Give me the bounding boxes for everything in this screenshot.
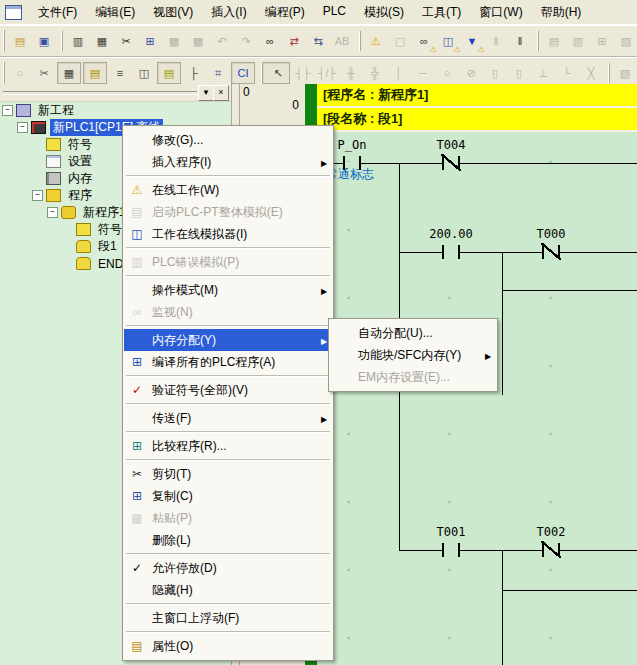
contact-no-icon[interactable]: ┤├ — [292, 63, 314, 83]
ci-view-icon[interactable]: CI — [231, 62, 255, 84]
tree-item-project[interactable]: − 新工程 — [0, 102, 231, 119]
menu-tools[interactable]: 工具(T) — [413, 1, 470, 24]
transfer-from-plc-icon[interactable]: ▥ — [567, 31, 589, 51]
io-comment-icon[interactable]: ⌗ — [207, 63, 229, 83]
open-project-icon[interactable]: ▤ — [9, 31, 31, 51]
horizontal-line-icon[interactable]: ─ — [412, 63, 434, 83]
submenu-item-em-memory-settings[interactable]: EM内存设置(E)... — [330, 366, 496, 388]
menu-edit[interactable]: 编辑(E) — [86, 1, 144, 24]
submenu-item-fb-sfc-memory[interactable]: 功能块/SFC内存(Y) — [330, 344, 496, 366]
toolbar-icon-glyph: ┤/├ — [318, 67, 337, 79]
program-name-banner[interactable]: [程序名 : 新程序1] — [317, 84, 637, 108]
step-number: 0 — [292, 98, 299, 112]
menu-item-properties[interactable]: ▤ 属性(O) — [124, 635, 332, 657]
symbol-list-icon[interactable]: ≡ — [109, 63, 131, 83]
undo-icon[interactable]: ↶ — [211, 31, 233, 51]
menu-item-verify-symbols-all[interactable]: ✓ 验证符号(全部)(V) — [124, 379, 332, 401]
transfer-settings-icon[interactable]: ▧ — [609, 63, 636, 83]
paste-special-icon[interactable]: ▩ — [187, 31, 209, 51]
find-icon[interactable]: ∞ — [259, 31, 281, 51]
save-project-icon[interactable]: ▣ — [33, 31, 55, 51]
replace-icon[interactable]: ⇄ — [283, 31, 305, 51]
split-rung-icon[interactable]: ✂ — [33, 63, 55, 83]
menu-item-operating-mode[interactable]: 操作模式(M) — [124, 279, 332, 301]
coil-nc-icon[interactable]: ⊘ — [460, 63, 482, 83]
menu-item-insert-program[interactable]: 插入程序(I) — [124, 151, 332, 173]
delete-line-icon[interactable]: ╳ — [580, 63, 602, 83]
menu-item-work-online[interactable]: ⚠ 在线工作(W) — [124, 179, 332, 201]
online-transfer-icon[interactable]: ▼⚠ — [461, 31, 483, 51]
work-online-icon[interactable]: ⚠ — [360, 31, 387, 51]
menu-programming[interactable]: 编程(P) — [256, 1, 314, 24]
fb-parameter-icon[interactable]: ⊥ — [532, 63, 554, 83]
menu-plc[interactable]: PLC — [314, 1, 355, 24]
menu-item-compare-program[interactable]: ⊞ 比较程序(R)... — [124, 435, 332, 457]
menu-item-transfer[interactable]: 传送(F) — [124, 407, 332, 429]
redo-icon[interactable]: ↷ — [235, 31, 257, 51]
toggle-monitoring-icon[interactable]: ▢ — [389, 31, 411, 51]
connect-line-icon[interactable]: └ — [556, 63, 578, 83]
menu-item-hide[interactable]: 隐藏(H) — [124, 579, 332, 601]
online-edit-icon[interactable]: ◫⚠ — [437, 31, 459, 51]
close-icon[interactable]: × — [213, 85, 229, 101]
menu-item-monitor[interactable]: ∞ 监视(N) — [124, 301, 332, 323]
toolbar-grip[interactable] — [3, 30, 5, 52]
menu-simulation[interactable]: 模拟(S) — [355, 1, 413, 24]
menu-insert[interactable]: 插入(I) — [202, 1, 255, 24]
pause-icon[interactable]: ‖ — [509, 31, 531, 51]
grid-icon[interactable]: ▦ — [57, 62, 81, 84]
menu-file[interactable]: 文件(F) — [29, 1, 86, 24]
expand-collapse-icon[interactable]: − — [2, 105, 13, 116]
menu-item-cut[interactable]: ✂ 剪切(T) — [124, 463, 332, 485]
paste-icon[interactable]: ▩ — [163, 31, 185, 51]
substitute-icon[interactable]: AB — [331, 31, 353, 51]
search-model-icon[interactable]: ⇆ — [307, 31, 329, 51]
online-find-icon[interactable]: ∞⚠ — [413, 31, 435, 51]
menu-item-start-plc-pt-simulation[interactable]: ▤ 启动PLC-PT整体模拟(E) — [124, 201, 332, 223]
panel-drag-bar[interactable] — [3, 91, 197, 95]
menu-window[interactable]: 窗口(W) — [470, 1, 531, 24]
partial-transfer-icon[interactable]: ▨ — [615, 31, 637, 51]
menu-item-copy[interactable]: ⊞ 复制(C) — [124, 485, 332, 507]
window-layout-icon[interactable]: ◫ — [133, 63, 155, 83]
menu-item-delete[interactable]: 删除(L) — [124, 529, 332, 551]
tree-item-label: 新工程 — [35, 102, 77, 119]
expand-collapse-icon[interactable]: − — [17, 122, 28, 133]
vertical-line-icon[interactable]: │ — [388, 63, 410, 83]
print-icon[interactable]: ▦ — [91, 31, 113, 51]
menu-item-paste[interactable]: ▩ 粘贴(P) — [124, 507, 332, 529]
menu-help[interactable]: 帮助(H) — [532, 1, 591, 24]
menu-item-modify[interactable]: 修改(G)... — [124, 129, 332, 151]
ladder-view-icon[interactable]: ▤ — [157, 62, 181, 84]
toolbar-grip[interactable] — [3, 62, 5, 84]
compare-with-plc-icon[interactable]: ⊞ — [591, 31, 613, 51]
or-contact-no-icon[interactable]: ╫ — [340, 63, 362, 83]
mnemonic-view-icon[interactable]: ├ — [183, 63, 205, 83]
selection-arrow-icon[interactable]: ↖ — [262, 62, 290, 84]
menu-item-float-on-main-window[interactable]: 主窗口上浮动(F) — [124, 607, 332, 629]
expand-collapse-icon[interactable]: − — [47, 207, 58, 218]
function-block-icon[interactable]: ▯ — [508, 63, 530, 83]
menu-view[interactable]: 视图(V) — [144, 1, 202, 24]
menu-item-plc-error-simulation[interactable]: ▥ PLC错误模拟(P) — [124, 251, 332, 273]
local-symbols-icon[interactable]: ▤ — [83, 62, 107, 84]
pause-monitor-icon[interactable]: ‖ — [485, 31, 507, 51]
chevron-down-icon[interactable]: ▼ — [198, 85, 214, 101]
menu-item-compile-all-plc-programs[interactable]: ⊞ 编译所有的PLC程序(A) — [124, 351, 332, 373]
menu-item-allow-docking[interactable]: 允许停放(D) — [124, 557, 332, 579]
section-name-banner[interactable]: [段名称 : 段1] — [317, 108, 637, 132]
cut-icon[interactable]: ✂ — [115, 31, 137, 51]
copy-icon[interactable]: ⊞ — [139, 31, 161, 51]
toolbar-icon-glyph: ▤ — [164, 67, 174, 80]
instruction-icon[interactable]: ▯ — [484, 63, 506, 83]
coil-icon[interactable]: ○ — [436, 63, 458, 83]
print-preview-icon[interactable]: ▥ — [62, 31, 89, 51]
contact-nc-icon[interactable]: ┤/├ — [316, 63, 338, 83]
zoom-fit-icon[interactable]: ○ — [9, 63, 31, 83]
submenu-item-auto-allocation[interactable]: 自动分配(U)... — [330, 322, 496, 344]
transfer-to-plc-icon[interactable]: ▤ — [538, 31, 565, 51]
expand-collapse-icon[interactable]: − — [32, 190, 43, 201]
menu-item-work-online-simulator[interactable]: ◫ 工作在线模拟器(I) — [124, 223, 332, 245]
menu-item-memory-allocation[interactable]: 内存分配(Y) — [124, 329, 332, 351]
or-contact-nc-icon[interactable]: ╬ — [364, 63, 386, 83]
